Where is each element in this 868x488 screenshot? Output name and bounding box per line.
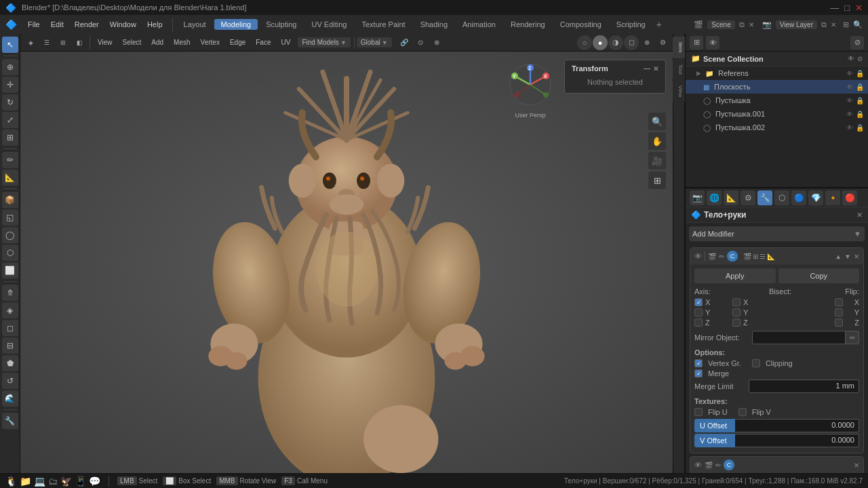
vp-view-btn[interactable]: View	[94, 37, 117, 47]
tool-smooth[interactable]: 🌊	[2, 390, 18, 407]
transform-collapse[interactable]: —	[644, 65, 650, 73]
tool-inset[interactable]: ◈	[2, 302, 18, 319]
gizmo-toggle[interactable]: ⚙	[655, 35, 670, 50]
shade-rendered-btn[interactable]: ◑	[608, 35, 623, 50]
prop-tab-output[interactable]: 🌐	[707, 190, 722, 205]
tool-cursor[interactable]: ⊕	[2, 59, 18, 75]
add-modifier-btn[interactable]: Add Modifier ▼	[689, 226, 865, 241]
vl-copy-icon[interactable]: ⧉	[821, 20, 827, 29]
outliner-restrict-ploskost[interactable]: 🔒	[856, 83, 864, 91]
mod-render-icon[interactable]: 🎬	[708, 253, 716, 260]
maximize-btn[interactable]: □	[844, 3, 850, 13]
tab-sculpting[interactable]: Sculpting	[259, 19, 303, 30]
nav-zoom-btn[interactable]: 🔍	[648, 113, 666, 130]
shade-material-btn[interactable]: ●	[593, 35, 608, 50]
viewport-3d[interactable]: Transform — ✕ Nothing selected Z	[20, 52, 673, 473]
minimize-btn[interactable]: —	[830, 3, 839, 13]
outliner-eye-001[interactable]: 👁	[846, 110, 853, 118]
vp-mesh-btn[interactable]: Mesh	[170, 37, 194, 47]
mod2-close[interactable]: ✕	[854, 462, 859, 469]
close-btn[interactable]: ✕	[855, 3, 863, 13]
vp-face-btn[interactable]: Face	[252, 37, 275, 47]
flip-z-checkbox[interactable]	[835, 319, 843, 327]
viewport-mode-icon-3[interactable]: ⊞	[56, 35, 71, 50]
tool-loop-cut[interactable]: ⊟	[2, 338, 18, 354]
prop-tab-render[interactable]: 📷	[690, 190, 705, 205]
viewport-mode-icon-1[interactable]: ◈	[23, 35, 38, 50]
tool-bevel[interactable]: ◻	[2, 320, 18, 336]
outliner-eye-referens[interactable]: 👁	[846, 70, 853, 77]
menu-help[interactable]: Help	[142, 19, 168, 30]
apply-btn[interactable]: Apply	[694, 268, 776, 283]
clipping-checkbox[interactable]	[752, 359, 760, 367]
menu-file[interactable]: File	[22, 19, 45, 30]
flip-y-checkbox[interactable]	[835, 308, 843, 317]
outliner-eye-002[interactable]: 👁	[846, 124, 853, 131]
menu-window[interactable]: Window	[104, 19, 142, 30]
outliner-item-referens[interactable]: ▶ 📁 Referens 👁 🔒	[686, 66, 868, 80]
tab-rendering[interactable]: Rendering	[504, 19, 552, 30]
viewport-mode-icon-4[interactable]: ◧	[72, 35, 87, 50]
bisect-x-checkbox[interactable]	[732, 298, 741, 306]
shade-wireframe-btn[interactable]: ◻	[624, 35, 639, 50]
overlay-toggle[interactable]: ⊕	[639, 35, 654, 50]
outliner-restrict-pustushka[interactable]: 🔒	[856, 97, 864, 104]
vp-vertex-btn[interactable]: Vertex	[197, 37, 224, 47]
tool-transform[interactable]: ⊞	[2, 129, 18, 146]
tab-animation[interactable]: Animation	[456, 19, 502, 30]
axis-gizmo[interactable]: Z X Y	[507, 61, 554, 108]
outliner-icon-scene[interactable]: ⊞	[690, 36, 703, 49]
tab-add[interactable]: +	[654, 19, 665, 30]
copy-btn[interactable]: Copy	[778, 268, 860, 283]
vp-select-btn[interactable]: Select	[119, 37, 146, 47]
render-settings-icon[interactable]: ⊞	[843, 20, 849, 29]
flip-u-checkbox[interactable]	[694, 408, 703, 416]
tool-rotate[interactable]: ↻	[2, 94, 18, 110]
viewport-mode-icon-2[interactable]: ☰	[39, 35, 54, 50]
mod-edit-icon[interactable]: ✏	[719, 253, 724, 260]
nav-camera-btn[interactable]: 🎥	[648, 152, 666, 169]
tool-transform-snap[interactable]: 🔧	[2, 413, 18, 429]
prop-tab-object-data[interactable]: 🔸	[825, 190, 840, 205]
outliner-eye-ploskost[interactable]: 👁	[846, 83, 853, 91]
axis-z-checkbox[interactable]	[694, 319, 703, 327]
tab-scripting[interactable]: Scripting	[610, 19, 652, 30]
tool-move[interactable]: ✛	[2, 77, 18, 93]
tab-uv-editing[interactable]: UV Editing	[304, 19, 353, 30]
mod-visibility-eye[interactable]: 👁	[694, 252, 702, 260]
flip-x-checkbox[interactable]	[835, 298, 843, 306]
mod-move-up[interactable]: ▲	[835, 253, 842, 260]
tool-spin[interactable]: ↺	[2, 373, 18, 389]
axis-y-checkbox[interactable]	[694, 308, 703, 317]
scene-collection-options[interactable]: ⊘	[857, 55, 863, 62]
mod2-edit[interactable]: ✏	[715, 462, 721, 469]
vl-close-icon[interactable]: ✕	[831, 21, 836, 28]
side-tab-tool[interactable]: Tool	[673, 59, 685, 80]
mod-icon-4[interactable]: 📐	[767, 253, 775, 260]
tool-select[interactable]: ↖	[2, 37, 18, 53]
u-offset-value[interactable]: 0.0000	[735, 419, 859, 432]
prop-tab-scene[interactable]: ⚙	[741, 190, 755, 205]
outliner-item-pustushka-002[interactable]: ◯ Пустышка.002 👁 🔒	[686, 121, 868, 134]
scene-collection-eye[interactable]: 👁	[848, 55, 854, 62]
outliner-item-pustushka-001[interactable]: ◯ Пустышка.001 👁 🔒	[686, 107, 868, 121]
tab-modeling[interactable]: Modeling	[214, 19, 258, 30]
prop-tab-physics[interactable]: 🔵	[791, 190, 806, 205]
outliner-eye-pustushka[interactable]: 👁	[846, 97, 853, 104]
vp-add-btn[interactable]: Add	[147, 37, 167, 47]
shade-solid-btn[interactable]: ○	[577, 35, 592, 50]
vp-edge-btn[interactable]: Edge	[226, 37, 250, 47]
tab-compositing[interactable]: Compositing	[553, 19, 608, 30]
nav-grid-btn[interactable]: ⊞	[648, 171, 666, 189]
v-offset-value[interactable]: 0.0000	[735, 434, 859, 447]
prop-tab-view[interactable]: 📐	[724, 190, 738, 205]
side-tab-item[interactable]: Item	[673, 37, 685, 58]
flip-v-checkbox[interactable]	[738, 408, 747, 416]
merge-limit-value[interactable]: 1 mm	[749, 380, 859, 393]
tool-poly-build[interactable]: ⬟	[2, 355, 18, 371]
proportional-btn[interactable]: ⊙	[413, 35, 428, 50]
vertex-gr-checkbox[interactable]: ✓	[694, 359, 703, 367]
axis-x-checkbox[interactable]: ✓	[694, 298, 703, 306]
vp-uv-btn[interactable]: UV	[277, 37, 295, 47]
tab-shading[interactable]: Shading	[414, 19, 454, 30]
